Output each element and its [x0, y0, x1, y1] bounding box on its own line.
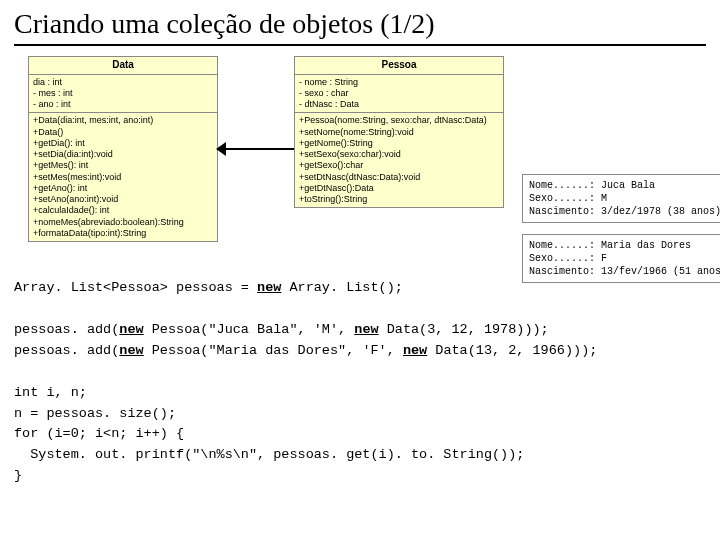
uml-data-attrs: dia : int - mes : int - ano : int: [29, 75, 217, 114]
output-box-1: Nome......: Juca Bala Sexo......: M Nasc…: [522, 174, 720, 223]
uml-op: +getDtNasc():Data: [299, 183, 499, 194]
uml-op: +getNome():String: [299, 138, 499, 149]
page-title: Criando uma coleção de objetos (1/2): [14, 8, 706, 40]
uml-attr: dia : int: [33, 77, 213, 88]
uml-op: +setSexo(sexo:char):void: [299, 149, 499, 160]
uml-op: +formataData(tipo:int):String: [33, 228, 213, 239]
uml-association-line: [218, 148, 294, 150]
code-text: n = pessoas. size();: [14, 406, 176, 421]
uml-op: +toString():String: [299, 194, 499, 205]
keyword-new: new: [119, 343, 143, 358]
uml-op: +calculaIdade(): int: [33, 205, 213, 216]
code-text: Data(13, 2, 1966)));: [427, 343, 597, 358]
uml-association-arrow: [216, 142, 226, 156]
uml-data-name: Data: [29, 57, 217, 75]
uml-class-data: Data dia : int - mes : int - ano : int +…: [28, 56, 218, 242]
uml-op: +getDia(): int: [33, 138, 213, 149]
uml-op: +Data(dia:int, mes:int, ano:int): [33, 115, 213, 126]
code-text: pessoas. add(: [14, 343, 119, 358]
code-block: Array. List<Pessoa> pessoas = new Array.…: [14, 278, 706, 487]
uml-op: +setDia(dia:int):void: [33, 149, 213, 160]
code-text: pessoas. add(: [14, 322, 119, 337]
uml-class-pessoa: Pessoa - nome : String - sexo : char - d…: [294, 56, 504, 208]
code-text: Data(3, 12, 1978)));: [379, 322, 549, 337]
uml-op: +setDtNasc(dtNasc:Data):void: [299, 172, 499, 183]
uml-attr: - ano : int: [33, 99, 213, 110]
code-text: System. out. printf("\n%s\n", pessoas. g…: [14, 447, 524, 462]
uml-op: +Data(): [33, 127, 213, 138]
code-text: int i, n;: [14, 385, 87, 400]
diagram-area: Data dia : int - mes : int - ano : int +…: [14, 56, 706, 296]
keyword-new: new: [119, 322, 143, 337]
uml-op: +getSexo():char: [299, 160, 499, 171]
uml-attr: - mes : int: [33, 88, 213, 99]
code-text: Pessoa("Maria das Dores", 'F',: [144, 343, 403, 358]
uml-attr: - dtNasc : Data: [299, 99, 499, 110]
uml-op: +setAno(ano:int):void: [33, 194, 213, 205]
uml-op: +getAno(): int: [33, 183, 213, 194]
title-divider: [14, 44, 706, 46]
code-text: Pessoa("Juca Bala", 'M',: [144, 322, 355, 337]
uml-op: +nomeMes(abreviado:boolean):String: [33, 217, 213, 228]
uml-data-ops: +Data(dia:int, mes:int, ano:int) +Data()…: [29, 113, 217, 241]
code-text: }: [14, 468, 22, 483]
uml-pessoa-attrs: - nome : String - sexo : char - dtNasc :…: [295, 75, 503, 114]
uml-op: +getMes(): int: [33, 160, 213, 171]
uml-attr: - sexo : char: [299, 88, 499, 99]
uml-attr: - nome : String: [299, 77, 499, 88]
output-box-2: Nome......: Maria das Dores Sexo......: …: [522, 234, 720, 283]
uml-pessoa-ops: +Pessoa(nome:String, sexo:char, dtNasc:D…: [295, 113, 503, 207]
keyword-new: new: [403, 343, 427, 358]
keyword-new: new: [354, 322, 378, 337]
uml-pessoa-name: Pessoa: [295, 57, 503, 75]
uml-op: +setNome(nome:String):void: [299, 127, 499, 138]
code-text: for (i=0; i<n; i++) {: [14, 426, 184, 441]
uml-op: +setMes(mes:int):void: [33, 172, 213, 183]
uml-op: +Pessoa(nome:String, sexo:char, dtNasc:D…: [299, 115, 499, 126]
